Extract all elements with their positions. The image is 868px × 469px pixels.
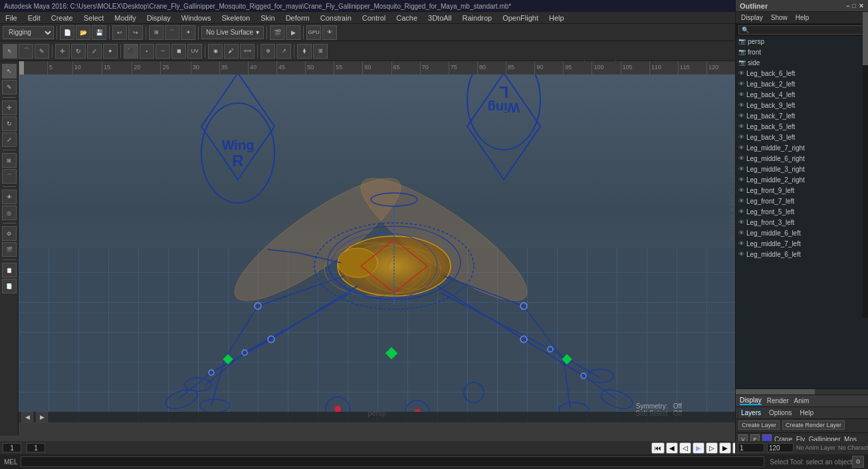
universal-manip-button[interactable]: ✦ — [103, 44, 118, 59]
attribute-button[interactable]: ⚙ — [2, 226, 17, 241]
viewport-canvas[interactable]: Wing R Wing L — [19, 73, 735, 422]
paint-select-button[interactable]: ✎ — [35, 44, 49, 59]
uv-mode-button[interactable]: UV — [187, 44, 202, 59]
menu-3dtoall[interactable]: 3DtoAll — [425, 13, 454, 23]
outliner-minimize[interactable]: − — [846, 3, 849, 9]
menu-edit[interactable]: Edit — [25, 13, 43, 23]
outliner-item-leg12[interactable]: 👁 Leg_front_9_left — [736, 185, 868, 196]
face-mode-button[interactable]: ◼ — [171, 44, 186, 59]
current-frame-input[interactable] — [3, 443, 21, 452]
step-back-button[interactable]: ◀ — [666, 442, 678, 454]
edge-mode-button[interactable]: ─ — [156, 44, 170, 59]
paint-mode-button[interactable]: ✎ — [2, 80, 17, 94]
options-tab[interactable]: Options — [766, 408, 794, 417]
menu-help[interactable]: Help — [546, 13, 567, 23]
render-side-button[interactable]: 🎬 — [2, 242, 17, 257]
menu-deform[interactable]: Deform — [283, 13, 312, 23]
cb-tab-render[interactable]: Render — [767, 397, 789, 404]
outliner-tab-help[interactable]: Help — [793, 13, 812, 22]
open-file-button[interactable]: 📂 — [76, 25, 90, 40]
outliner-item-leg15[interactable]: 👁 Leg_front_3_left — [736, 217, 868, 228]
menu-constrain[interactable]: Constrain — [318, 13, 354, 23]
menu-create[interactable]: Create — [49, 13, 76, 23]
outliner-item-leg4[interactable]: 👁 Leg_back_9_left — [736, 100, 868, 110]
outliner-item-leg10[interactable]: 👁 Leg_middle_3_right — [736, 164, 868, 174]
menu-select[interactable]: Select — [81, 13, 107, 23]
vertex-mode-button[interactable]: • — [140, 44, 154, 59]
menu-openflight[interactable]: OpenFlight — [500, 13, 541, 23]
outliner-item-leg18[interactable]: 👁 Leg_middle_6_left — [736, 249, 868, 259]
snap-point-button[interactable]: ✦ — [181, 25, 195, 40]
menu-display[interactable]: Display — [144, 13, 173, 23]
range-start-input[interactable] — [738, 443, 764, 452]
save-file-button[interactable]: 💾 — [92, 25, 106, 40]
rotate-button[interactable]: ↻ — [2, 116, 17, 131]
outliner-item-leg14[interactable]: 👁 Leg_front_5_left — [736, 206, 868, 217]
outliner-item-leg6[interactable]: 👁 Leg_back_5_left — [736, 121, 868, 132]
help-tab[interactable]: Help — [797, 408, 816, 417]
playblast-button[interactable]: ▶ — [286, 25, 300, 40]
paint-weights-button[interactable]: 🖌 — [224, 44, 239, 59]
hscroll-thumb[interactable] — [736, 389, 815, 394]
scale-tool-button[interactable]: ⤢ — [87, 44, 102, 59]
play-forward-button[interactable]: ▶ — [693, 442, 705, 454]
right-vscroll-thumb[interactable] — [863, 12, 868, 65]
move-button[interactable]: ✛ — [2, 100, 17, 115]
skip-to-start-button[interactable]: ⏮ — [651, 442, 665, 454]
lattice-button[interactable]: ⊞ — [313, 44, 328, 59]
outliner-item-leg2[interactable]: 👁 Leg_back_2_left — [736, 78, 868, 89]
layer-btn[interactable]: 📑 — [2, 279, 17, 293]
no-live-surface-button[interactable]: No Live Surface ▾ — [201, 26, 264, 39]
right-panel-vscroll[interactable] — [863, 12, 868, 318]
undo-button[interactable]: ↩ — [112, 25, 127, 40]
render-button[interactable]: 🎬 — [270, 25, 284, 40]
outliner-search-input[interactable] — [738, 25, 865, 35]
outliner-item-side[interactable]: 📷 side — [736, 57, 868, 68]
next-keyframe-button[interactable]: ▷ — [706, 442, 718, 454]
outliner-item-leg3[interactable]: 👁 Leg_back_4_left — [736, 89, 868, 100]
outliner-tab-display[interactable]: Display — [738, 13, 766, 22]
select-mode-button[interactable]: ↖ — [2, 64, 17, 78]
step-forward-button[interactable]: ▶ — [719, 442, 731, 454]
outliner-item-front[interactable]: 📷 front — [736, 47, 868, 57]
timeline-track[interactable]: 1 5 10 15 20 25 30 35 40 45 50 55 60 65 … — [19, 61, 735, 75]
prev-keyframe-button[interactable]: ◁ — [679, 442, 691, 454]
soft-select-button[interactable]: ◉ — [208, 44, 223, 59]
cluster-button[interactable]: ⧫ — [297, 44, 312, 59]
status-icon-btn[interactable]: ⚙ — [852, 456, 864, 468]
outliner-item-leg5[interactable]: 👁 Leg_back_7_left — [736, 110, 868, 121]
snap-button[interactable]: ⊞ — [2, 153, 17, 168]
curve-button[interactable]: ⌒ — [2, 169, 17, 184]
outliner-item-leg17[interactable]: 👁 Leg_middle_7_left — [736, 238, 868, 249]
cb-tab-anim[interactable]: Anim — [794, 397, 810, 404]
outliner-item-leg16[interactable]: 👁 Leg_middle_6_left — [736, 228, 868, 238]
outliner-item-leg7[interactable]: 👁 Leg_back_3_left — [736, 132, 868, 142]
object-mode-button[interactable]: ⬛ — [124, 44, 138, 59]
mel-input[interactable] — [21, 456, 765, 467]
vp-next-frame[interactable]: ▶ — [36, 412, 48, 422]
menu-control[interactable]: Control — [360, 13, 388, 23]
snap-grid-button[interactable]: ⊞ — [149, 25, 163, 40]
menu-skeleton[interactable]: Skeleton — [219, 13, 253, 23]
menu-skin[interactable]: Skin — [258, 13, 277, 23]
view-button[interactable]: 👁 — [322, 25, 337, 40]
lasso-tool-button[interactable]: ⌒ — [19, 44, 33, 59]
joint-tool-button[interactable]: ⊕ — [261, 44, 275, 59]
menu-modify[interactable]: Modify — [112, 13, 138, 23]
snap-curve-button[interactable]: ⌒ — [165, 25, 179, 40]
outliner-item-leg11[interactable]: 👁 Leg_middle_2_right — [736, 174, 868, 185]
outliner-tab-show[interactable]: Show — [768, 13, 790, 22]
layers-tab[interactable]: Layers — [738, 408, 764, 417]
outliner-item-leg9[interactable]: 👁 Leg_middle_6_right — [736, 153, 868, 164]
new-file-button[interactable]: 📄 — [60, 25, 74, 40]
vp-prev-frame[interactable]: ◀ — [21, 412, 33, 422]
sub-frame-input[interactable] — [27, 443, 45, 452]
outliner-hscroll[interactable] — [736, 389, 868, 395]
select-tool-button[interactable]: ↖ — [3, 44, 17, 59]
create-render-layer-btn[interactable]: Create Render Layer — [782, 420, 845, 430]
ik-handle-button[interactable]: ↗ — [276, 44, 291, 59]
range-end-input[interactable] — [767, 443, 794, 452]
outliner-list[interactable]: 📷 persp 📷 front 📷 side 👁 Leg_back_6_left… — [736, 36, 868, 389]
outliner-item-leg8[interactable]: 👁 Leg_middle_7_right — [736, 142, 868, 153]
menu-raindrop[interactable]: Raindrop — [460, 13, 495, 23]
